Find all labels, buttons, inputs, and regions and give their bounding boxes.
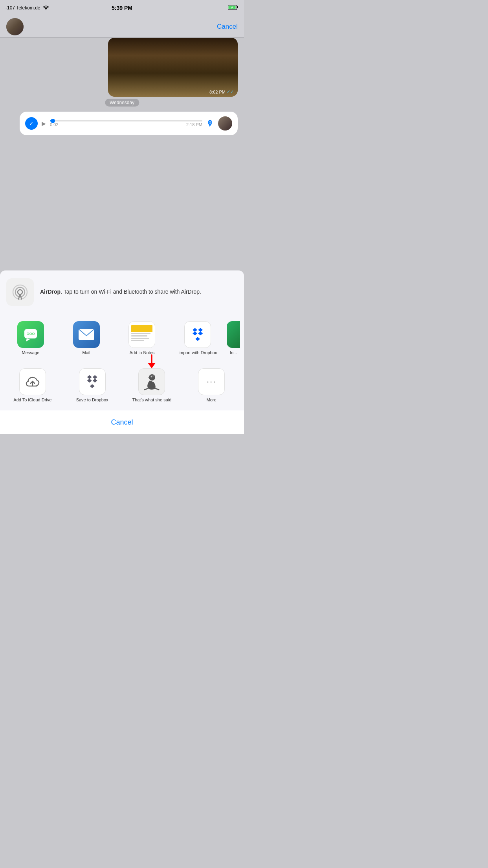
share-actions-row: Add To iCloud Drive [0, 361, 244, 410]
contact-avatar[interactable] [6, 18, 24, 35]
chat-header: Cancel [0, 16, 244, 38]
icloud-label: Add To iCloud Drive [13, 397, 51, 403]
app-message[interactable]: Message [4, 321, 57, 355]
svg-point-24 [151, 376, 152, 377]
save-dropbox-icon [79, 368, 106, 395]
more-label: More [207, 397, 216, 403]
action-twss[interactable]: That's what she said [123, 368, 181, 403]
app-notes[interactable]: Add to Notes [116, 321, 169, 355]
svg-marker-10 [26, 338, 30, 342]
app-dropbox-import[interactable]: Import with Dropbox [171, 321, 224, 355]
airdrop-icon [6, 278, 34, 306]
sender-avatar [218, 116, 232, 131]
cancel-bar: Cancel [0, 410, 244, 434]
share-sheet: AirDrop. Tap to turn on Wi-Fi and Blueto… [0, 270, 244, 410]
track-thumb [51, 119, 55, 123]
photo-timestamp: 8:02 PM ✓✓ [209, 89, 234, 94]
audio-track: 0:02 2:18 PM [50, 120, 202, 127]
twss-label: That's what she said [132, 397, 171, 403]
airdrop-section[interactable]: AirDrop. Tap to turn on Wi-Fi and Blueto… [0, 270, 244, 314]
partial-app-label: In... [230, 350, 237, 355]
carrier-text: -107 Telekom.de [6, 5, 40, 11]
svg-point-16 [33, 333, 34, 335]
battery-icon [228, 4, 238, 11]
svg-point-15 [30, 333, 31, 335]
app-partial[interactable]: In... [227, 321, 240, 355]
wifi-icon [43, 5, 49, 11]
photo-message: 8:02 PM ✓✓ [108, 38, 238, 97]
cancel-button[interactable]: Cancel [111, 418, 133, 427]
notes-app-icon [128, 321, 155, 348]
chat-background: 8:02 PM ✓✓ Wednesday ✓ ▶ 0:02 2:18 PM 🎙 [0, 38, 244, 148]
audio-timestamps: 0:02 2:18 PM [50, 122, 202, 127]
svg-point-0 [46, 9, 46, 10]
status-right [228, 4, 238, 11]
audio-start-time: 0:02 [50, 122, 58, 127]
svg-point-14 [27, 333, 29, 335]
airdrop-title: AirDrop [40, 289, 61, 295]
status-left: -107 Telekom.de [6, 5, 49, 11]
progress-bar [50, 120, 202, 121]
message-app-label: Message [22, 350, 40, 355]
red-arrow [146, 354, 157, 370]
twss-icon [138, 368, 165, 395]
day-separator: Wednesday [105, 99, 139, 107]
save-dropbox-label: Save to Dropbox [76, 397, 108, 403]
action-save-dropbox[interactable]: Save to Dropbox [64, 368, 121, 403]
svg-rect-2 [237, 6, 238, 8]
dropbox-import-icon [184, 321, 211, 348]
message-check: ✓ [25, 117, 38, 130]
status-bar: -107 Telekom.de 5:39 PM [0, 0, 244, 16]
audio-end-time: 2:18 PM [186, 122, 202, 127]
svg-marker-20 [148, 363, 156, 368]
more-icon: ··· [198, 368, 225, 395]
audio-message: ✓ ▶ 0:02 2:18 PM 🎙 [20, 112, 238, 135]
app-mail[interactable]: Mail [60, 321, 113, 355]
action-more[interactable]: ··· More [183, 368, 240, 403]
airdrop-description: AirDrop. Tap to turn on Wi-Fi and Blueto… [40, 288, 201, 296]
share-apps-row: Message Mail Add to Notes [0, 314, 244, 361]
microphone-icon: 🎙 [206, 119, 214, 128]
message-app-icon [17, 321, 44, 348]
time-display: 5:39 PM [112, 5, 132, 11]
dropbox-import-label: Import with Dropbox [178, 350, 217, 355]
icloud-icon [19, 368, 46, 395]
action-icloud[interactable]: Add To iCloud Drive [4, 368, 61, 403]
header-cancel-button[interactable]: Cancel [217, 23, 238, 31]
read-checkmark: ✓✓ [227, 89, 234, 94]
svg-point-4 [18, 290, 22, 294]
partial-app-icon [227, 321, 240, 348]
mail-app-icon [73, 321, 100, 348]
mail-app-label: Mail [83, 350, 90, 355]
play-button[interactable]: ▶ [42, 120, 46, 127]
